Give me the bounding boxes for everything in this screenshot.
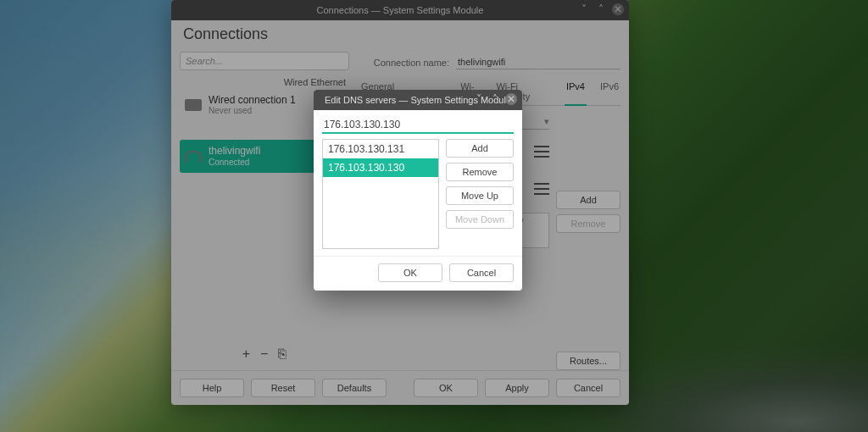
dialog-titlebar[interactable]: Edit DNS servers — System Settings Modul… [314, 90, 522, 110]
dns-list-item[interactable]: 176.103.130.130 [323, 158, 438, 177]
dialog-minimize-icon[interactable]: ˅ [473, 93, 485, 105]
dialog-ok-button[interactable]: OK [378, 263, 442, 282]
dns-list-item[interactable]: 176.103.130.131 [323, 140, 438, 158]
dns-movedown-button[interactable]: Move Down [446, 210, 514, 229]
dns-add-button[interactable]: Add [446, 139, 514, 158]
dns-server-list[interactable]: 176.103.130.131 176.103.130.130 [322, 139, 439, 249]
dialog-maximize-icon[interactable]: ˄ [489, 93, 501, 105]
desktop-wallpaper: Connections — System Settings Module ˅ ˄… [0, 0, 868, 432]
edit-dns-dialog: Edit DNS servers — System Settings Modul… [314, 90, 522, 291]
dialog-cancel-button[interactable]: Cancel [449, 263, 514, 282]
dns-remove-button[interactable]: Remove [446, 163, 514, 181]
dns-moveup-button[interactable]: Move Up [446, 186, 514, 205]
dialog-close-icon[interactable]: ✕ [505, 93, 517, 105]
dns-input[interactable] [322, 117, 514, 134]
